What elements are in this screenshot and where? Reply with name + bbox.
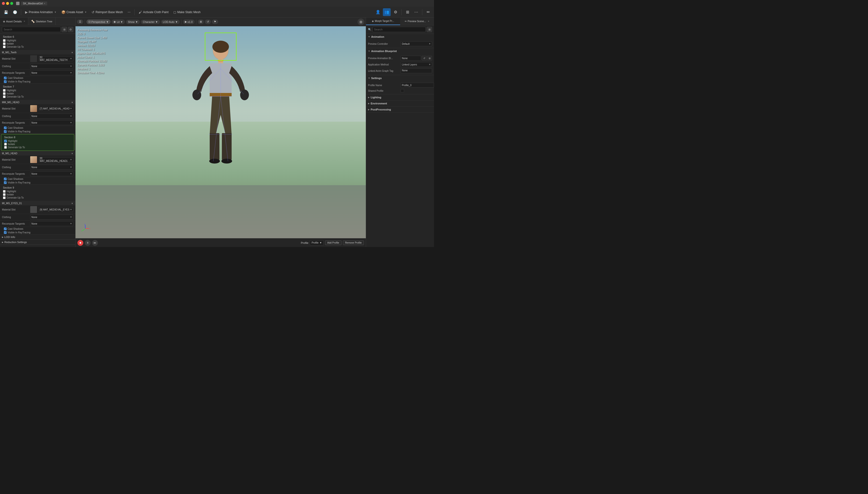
section-6-highlight-cb[interactable] xyxy=(3,39,6,42)
shared-profile-checkbox[interactable] xyxy=(401,89,404,93)
preview-controller-select[interactable]: Default ▼ xyxy=(401,41,432,46)
cast-shadows-cb-6[interactable] xyxy=(4,77,6,79)
sim-btn[interactable]: ↺ xyxy=(205,19,211,24)
more-options-button[interactable]: ⋯ xyxy=(126,10,132,15)
recompute-select-9[interactable]: None ▼ xyxy=(30,221,73,226)
maximize-button[interactable] xyxy=(10,2,13,5)
record-button[interactable]: ⏺ xyxy=(77,240,83,246)
mat-slot-select-8[interactable]: [8] MAT_MEDIEVAL_HEAD1 ▼ xyxy=(38,157,73,162)
create-asset-button[interactable]: 📦 Create Asset ▼ xyxy=(59,9,89,15)
section-8-highlight-cb[interactable] xyxy=(4,140,7,142)
section-7-generate-cb[interactable] xyxy=(3,95,6,98)
add-profile-button[interactable]: Add Profile xyxy=(325,241,341,245)
recompute-select-7[interactable]: None ▼ xyxy=(30,120,73,125)
tab-asset-details[interactable]: ◈ Asset Details × xyxy=(0,18,28,25)
play-btn[interactable]: ▶ x1.0 xyxy=(183,19,195,24)
perspective-btn[interactable]: ⊡ Perspective ▼ xyxy=(87,19,111,24)
show-btn[interactable]: Show ▼ xyxy=(126,20,140,24)
reimport-button[interactable]: ↺ Reimport Base Mesh xyxy=(90,9,125,15)
recompute-select-8[interactable]: None ▼ xyxy=(30,171,73,176)
mat-slot-select-9[interactable]: [9] MAT_MEDIEVAL_EYES ▼ xyxy=(38,207,73,212)
section-8-isolate-cb[interactable] xyxy=(4,143,7,146)
section-9-highlight-cb[interactable] xyxy=(3,190,6,193)
anim-bl-browse-btn[interactable]: ⊞ xyxy=(427,56,432,61)
asset-details-close[interactable]: × xyxy=(24,20,25,23)
visible-rt-cb-8[interactable] xyxy=(4,181,6,184)
lod-info-header[interactable]: ▶ LOD Info xyxy=(0,234,75,240)
visible-rt-cb-7[interactable] xyxy=(4,130,6,133)
active-icon-btn[interactable]: 👥 xyxy=(383,8,391,16)
tab-preview-scene[interactable]: ✏ Preview Scene... × xyxy=(400,18,434,25)
left-search-input[interactable] xyxy=(2,27,61,32)
animation-section-header[interactable]: ▼ Animation xyxy=(366,34,434,40)
preview-animation-button[interactable]: ▶ Preview Animation ▼ xyxy=(23,9,58,15)
search-settings-btn[interactable]: ⚙ xyxy=(68,27,73,32)
pencil-icon-btn[interactable]: ✏ xyxy=(424,8,432,16)
animation-blueprint-header[interactable]: ▼ Animation Blueprint xyxy=(366,48,434,54)
settings-icon-btn[interactable]: ⚙ xyxy=(392,8,400,16)
history-button[interactable]: 🕐 xyxy=(11,9,19,15)
app-tab-close[interactable]: × xyxy=(44,2,45,5)
clothing-select-9[interactable]: None ▼ xyxy=(30,215,73,220)
section-9-isolate-cb[interactable] xyxy=(3,193,6,196)
section-8-generate-cb[interactable] xyxy=(4,146,7,149)
clothing-select-6[interactable]: None ▼ xyxy=(30,64,73,69)
app-tab[interactable]: SK_MedievalGirl × xyxy=(21,1,47,5)
right-search-input[interactable] xyxy=(372,27,426,32)
settings-section-header[interactable]: ▼ Settings xyxy=(366,75,434,81)
minimize-button[interactable] xyxy=(6,2,9,5)
mat-slot-select-7[interactable]: [7] MAT_MEDIEVAL_HEAD ▼ xyxy=(38,106,73,111)
restore-btn[interactable]: ⊞ xyxy=(357,19,364,25)
cast-shadows-cb-8[interactable] xyxy=(4,178,6,180)
material-header-7[interactable]: MM_MG_HEAD ▼ xyxy=(0,100,75,104)
reduction-settings-header[interactable]: ▶ Reduction Settings xyxy=(0,240,75,245)
recompute-select-6[interactable]: None ▼ xyxy=(30,70,73,75)
section-6-isolate-cb[interactable] xyxy=(3,42,6,45)
tab-skeleton-tree[interactable]: 🦴 Skeleton Tree xyxy=(28,18,56,25)
preview-scene-close[interactable]: × xyxy=(428,20,429,23)
post-processing-section-header[interactable]: ▶ PostProcessing xyxy=(366,107,434,112)
remove-profile-button[interactable]: Remove Profile xyxy=(343,241,364,245)
lit-btn[interactable]: ◉ Lit ▼ xyxy=(112,19,125,24)
flag-btn[interactable]: ⚑ xyxy=(212,19,218,24)
layout-icon-btn[interactable]: ⊞ xyxy=(404,8,411,16)
cast-shadows-cb-7[interactable] xyxy=(4,127,6,129)
visible-rt-cb-6[interactable] xyxy=(4,80,6,83)
more-icon-btn[interactable]: ⋯ xyxy=(412,8,420,16)
lod-auto-btn[interactable]: LOD Auto ▼ xyxy=(161,20,180,24)
step-button[interactable]: ⏭ xyxy=(92,240,98,246)
person-icon-btn[interactable]: 👤 xyxy=(374,8,382,16)
save-button[interactable]: 💾 xyxy=(2,9,10,15)
clothing-select-8[interactable]: None ▼ xyxy=(30,165,73,170)
search-grid-btn[interactable]: ⊞ xyxy=(62,27,67,32)
activate-cloth-paint-button[interactable]: 🖌 Activate Cloth Paint xyxy=(136,9,170,15)
viewport-canvas[interactable]: Previewing Reference Pose LOD: 0 Current… xyxy=(75,26,366,238)
application-method-select[interactable]: Linked Layers ▼ xyxy=(401,62,432,67)
visible-rt-cb-9[interactable] xyxy=(4,231,6,234)
make-static-mesh-button[interactable]: ◻ Make Static Mesh xyxy=(171,9,202,15)
profile-select[interactable]: Profile ▼ xyxy=(310,240,324,246)
section-9-generate-cb[interactable] xyxy=(3,196,6,199)
lighting-section-header[interactable]: ▶ Lighting xyxy=(366,94,434,100)
mat-slot-select-6[interactable]: [6] MAT_MEDIEVAL_TEETH ▼ xyxy=(38,56,73,61)
section-7-isolate-cb[interactable] xyxy=(3,92,6,95)
character-btn[interactable]: Character ▼ xyxy=(141,20,160,24)
anim-bl-refresh-btn[interactable]: ↺ xyxy=(422,56,427,61)
clothing-select-7[interactable]: None ▼ xyxy=(30,114,73,118)
preview-anim-bl-select[interactable]: None xyxy=(401,56,421,61)
section-7-highlight-cb[interactable] xyxy=(3,89,6,92)
material-header-8[interactable]: M_MG_HEAD ▼ xyxy=(0,151,75,155)
close-button[interactable] xyxy=(2,2,5,5)
camera-anim-btn[interactable]: ⊠ xyxy=(198,19,204,24)
section-6-generate-cb[interactable] xyxy=(3,45,6,48)
cast-shadows-cb-9[interactable] xyxy=(4,228,6,230)
environment-section-header[interactable]: ▶ Environment xyxy=(366,100,434,106)
tab-morph-target[interactable]: ◈ Morph Target Pr... xyxy=(366,18,400,25)
right-grid-btn[interactable]: ⊞ xyxy=(427,27,432,32)
profile-name-input[interactable] xyxy=(401,83,434,88)
linked-anim-graph-input[interactable]: None xyxy=(401,69,432,73)
pause-button[interactable]: ⏸ xyxy=(85,240,91,246)
material-header-9[interactable]: MI_MG_EYES_01 ▼ xyxy=(0,201,75,205)
viewport-menu-btn[interactable]: ☰ xyxy=(77,19,83,24)
material-header-6[interactable]: M_MG_Teeth ▼ xyxy=(0,50,75,55)
